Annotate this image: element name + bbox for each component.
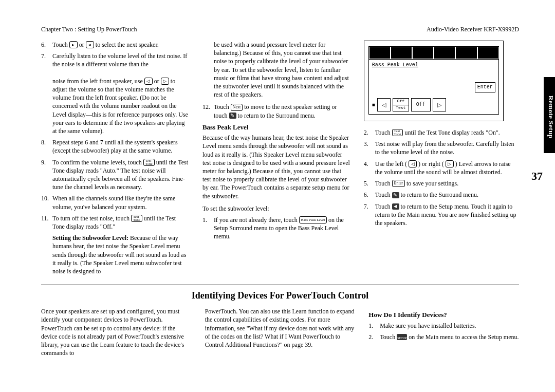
text: Touch [375, 129, 392, 136]
right-arrow-icon: ▷ [161, 78, 169, 85]
text: To set the subwoofer level: [202, 204, 350, 213]
text: or [154, 78, 161, 85]
text: Touch [52, 41, 69, 48]
back-icon [392, 203, 399, 210]
column-1: 6. Touch ▸ or ◂ to select the next speak… [41, 41, 189, 275]
right-arrow-button: ▷ [433, 98, 446, 111]
right-arrow-icon: ▷ [446, 160, 454, 167]
text: When all the channels sound like they're… [52, 194, 189, 211]
off-test-tone-cell: Off Test [393, 98, 409, 111]
bass-peak-heading: Bass Peak Level [202, 123, 350, 132]
text: Make sure you have installed batteries. [380, 322, 519, 330]
text: ) or right ( [418, 160, 444, 167]
text: Touch [375, 203, 392, 210]
text: Test noise will play from the subwoofer.… [375, 140, 519, 156]
product-name: Audio-Video Receiver KRF-X9992D [427, 26, 519, 33]
text: Because of the way humans hear, the test… [202, 134, 350, 200]
left-arrow-button: ◁ [377, 98, 391, 111]
text: To turn off the test noise, touch [52, 215, 131, 222]
text: to select the next speaker. [96, 41, 159, 48]
left-icon: ◂ [86, 41, 94, 48]
setup-icon: SETUP [397, 334, 407, 340]
next-icon: Next [231, 104, 243, 111]
display-title: Bass Peak Level [372, 62, 495, 69]
text: to return to the Surround menu. [238, 112, 316, 119]
text: until the Test Tone display reads "On". [404, 129, 499, 136]
text: on the Main menu to access the Setup men… [409, 333, 519, 341]
text: Use the left ( [375, 160, 407, 167]
text: Touch [375, 180, 392, 187]
test-tone-icon: TestTone [392, 129, 403, 136]
text: Touch [375, 191, 392, 198]
test-tone-icon: TestTone [131, 215, 142, 222]
pencil-icon [229, 113, 236, 119]
text: be used with a sound pressure level mete… [214, 41, 350, 99]
text: noise from the left front speaker, use [52, 78, 144, 85]
right-icon: ▸ [69, 41, 78, 48]
display-panel: Bass Peak Level Enter ■ ◁ Off Test Off ▷ [364, 41, 504, 121]
page-header: Chapter Two : Setting Up PowerTouch Audi… [41, 26, 519, 33]
text: If you are not already there, touch [214, 216, 299, 223]
divider [41, 285, 519, 285]
chapter-title: Chapter Two : Setting Up PowerTouch [41, 26, 137, 33]
enter-icon: Enter [392, 180, 405, 187]
lower-col-1: Once your speakers are set up and config… [41, 307, 192, 357]
text: Carefully listen to the volume level of … [52, 52, 187, 68]
bass-peak-level-button-icon: Bass Peak Level [299, 216, 327, 223]
text: to return to the Surround menu. [401, 191, 478, 198]
text: Repeat steps 6 and 7 until all the syste… [52, 138, 189, 155]
text: Touch [380, 333, 397, 341]
text: to save your settings. [406, 180, 458, 187]
pencil-icon [392, 192, 399, 198]
left-arrow-icon: ◁ [144, 78, 153, 85]
left-arrow-icon: ◁ [409, 160, 417, 167]
subwoofer-heading: Setting the Subwoofer Level: [52, 234, 128, 241]
text: Touch [214, 103, 231, 110]
text: To confirm the volume levels, touch [52, 159, 143, 166]
column-3: Bass Peak Level Enter ■ ◁ Off Test Off ▷ [364, 41, 519, 275]
test-tone-icon: TestTone [143, 159, 155, 166]
text: or [79, 41, 86, 48]
text: to adjust the volume so that the volume … [52, 78, 188, 135]
off-cell: Off [411, 98, 431, 111]
enter-button: Enter [475, 82, 495, 92]
identify-devices-heading: How Do I Identify Devices? [368, 310, 519, 320]
lower-col-2: PowerTouch. You can also use this Learn … [205, 307, 356, 357]
lower-col-3: How Do I Identify Devices? 1.Make sure y… [368, 307, 519, 357]
column-2: be used with a sound pressure level mete… [202, 41, 350, 275]
section-title: Identifying Devices For PowerTouch Contr… [41, 290, 519, 301]
